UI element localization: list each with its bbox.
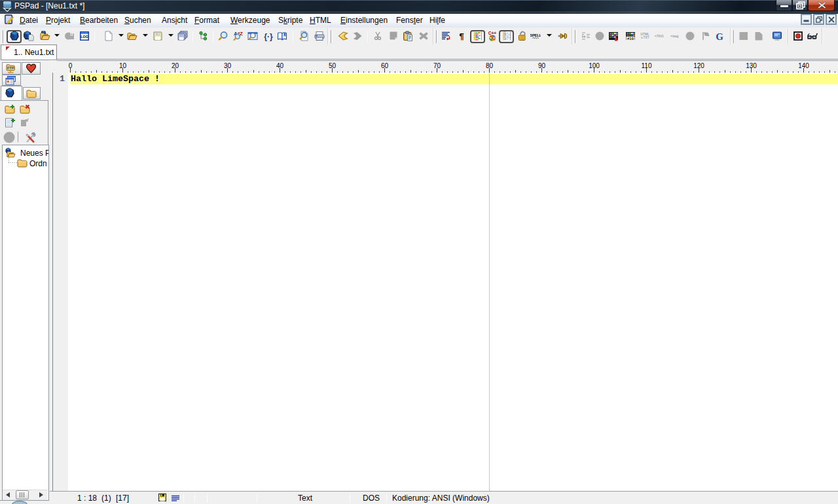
svg-text:LOG: LOG	[81, 35, 88, 39]
svg-text:{·}: {·}	[264, 32, 273, 41]
svg-text:↳TXT: ↳TXT	[641, 36, 649, 39]
svg-text:G: G	[716, 31, 723, 42]
svg-text:¶: ¶	[459, 31, 464, 41]
svg-text:<TAG: <TAG	[655, 34, 664, 38]
svg-text:Z: Z	[240, 31, 243, 37]
svg-text:FTP: FTP	[7, 66, 14, 70]
svg-text:HTML: HTML	[641, 33, 649, 36]
svg-text:C++: C++	[488, 31, 496, 35]
svg-text:#10: #10	[627, 37, 634, 41]
svg-text:<tag: <tag	[670, 34, 679, 38]
svg-text:SPELL: SPELL	[530, 33, 541, 37]
svg-text:3: 3	[504, 37, 506, 41]
